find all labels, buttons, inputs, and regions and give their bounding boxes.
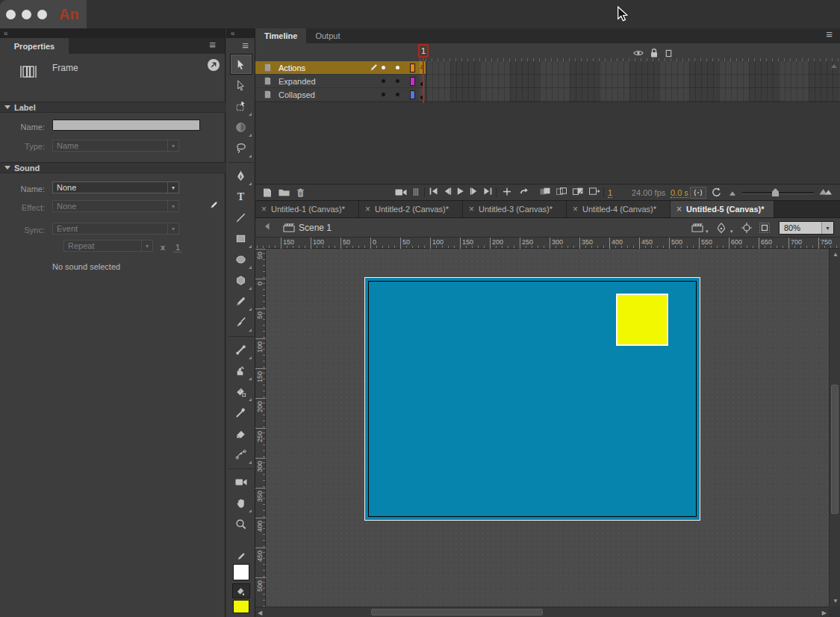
paint-bucket-tool[interactable]	[230, 360, 252, 381]
gradient-transform-tool[interactable]	[230, 117, 252, 137]
go-to-first-frame-button[interactable]	[429, 187, 439, 196]
frames-grid[interactable]	[420, 61, 840, 102]
document-tab[interactable]: × Untitled-2 (Canvas)*	[359, 201, 463, 217]
reset-timeline-zoom-button[interactable]	[711, 187, 721, 197]
Expanded[interactable]: Expanded	[255, 75, 420, 88]
asset-warp-tool[interactable]	[230, 444, 252, 465]
fill-color-swatch[interactable]	[233, 600, 249, 613]
layer-visibility-dot[interactable]	[382, 93, 385, 96]
brush-tool[interactable]	[230, 311, 252, 332]
window-zoom-button[interactable]	[37, 10, 47, 19]
timeline-zoom-slider-thumb[interactable]	[772, 188, 779, 196]
timeline-zoom-slider[interactable]	[742, 192, 814, 194]
ink-bottle-tool[interactable]	[230, 381, 252, 402]
preview-in-context-button[interactable]	[690, 187, 706, 199]
frame-rate-value[interactable]: 24.00 fps	[632, 188, 665, 197]
vertical-scrollbar[interactable]: ▲ ▼	[829, 249, 840, 607]
loop-playback-button[interactable]	[518, 187, 529, 196]
camera-toggle-button[interactable]	[394, 187, 408, 198]
zoom-level-select[interactable]: 80% ▾	[779, 221, 834, 235]
playhead-line[interactable]	[423, 58, 424, 103]
edit-multiple-frames-button[interactable]	[572, 187, 584, 196]
free-transform-tool[interactable]	[230, 96, 252, 117]
label-type-dropdown[interactable]: Name ▾	[52, 140, 179, 152]
timeline-panel-tab[interactable]: Timeline	[255, 28, 306, 43]
layer-visibility-dot[interactable]	[382, 66, 385, 69]
section-header-sound[interactable]: Sound	[0, 162, 225, 173]
scroll-down-icon[interactable]: ▼	[833, 598, 839, 604]
center-stage-crosshair-icon[interactable]	[741, 222, 753, 234]
scroll-left-icon[interactable]: ◀	[258, 610, 262, 616]
pencil-tool[interactable]	[230, 291, 252, 311]
horizontal-scrollbar[interactable]: ◀ ▶	[255, 607, 829, 617]
eyedropper-tool[interactable]	[230, 402, 252, 423]
edit-scene-icon[interactable]	[691, 222, 705, 233]
close-icon[interactable]: ×	[261, 204, 267, 214]
layer-outline-color-swatch[interactable]	[410, 63, 415, 72]
Collapsed[interactable]: Collapsed	[255, 88, 420, 102]
selection-tool[interactable]	[230, 54, 252, 75]
properties-collapse-strip[interactable]: «	[0, 28, 225, 38]
clip-content-outside-stage-icon[interactable]	[759, 222, 771, 234]
zoom-out-frames-icon[interactable]	[729, 190, 736, 196]
timeline-panel-tab[interactable]: Output	[306, 28, 349, 43]
close-icon[interactable]: ×	[469, 204, 474, 214]
oval-tool[interactable]	[230, 249, 252, 270]
section-header-label[interactable]: Label	[0, 102, 225, 113]
text-tool[interactable]: T	[230, 186, 252, 207]
repeat-times-value[interactable]: 1	[174, 243, 181, 252]
edit-sound-envelope-pencil-icon[interactable]	[209, 200, 219, 210]
stage[interactable]	[364, 277, 700, 521]
play-button[interactable]	[455, 187, 464, 196]
close-icon[interactable]: ×	[365, 204, 370, 214]
step-forward-button[interactable]	[469, 187, 479, 196]
scroll-right-icon[interactable]: ▶	[822, 610, 827, 616]
go-to-last-frame-button[interactable]	[482, 187, 493, 196]
pen-tool[interactable]	[230, 165, 252, 186]
lasso-tool[interactable]	[230, 137, 252, 158]
layer-visibility-dot[interactable]	[382, 79, 385, 83]
sound-effect-dropdown[interactable]: None ▾	[52, 200, 179, 212]
bone-tool[interactable]	[230, 339, 252, 360]
help-launch-icon[interactable]	[207, 58, 220, 72]
sound-name-dropdown[interactable]: None ▾	[52, 182, 179, 193]
edit-symbols-icon[interactable]	[715, 222, 727, 234]
document-tab[interactable]: × Untitled-3 (Canvas)*	[463, 201, 567, 217]
fill-color-bucket-icon[interactable]	[232, 583, 250, 598]
close-icon[interactable]: ×	[676, 204, 682, 214]
edit-scene-dropdown-icon[interactable]: ▾	[706, 229, 709, 235]
back-arrow-icon[interactable]	[263, 222, 272, 231]
document-tab[interactable]: × Untitled-5 (Canvas)*	[671, 201, 774, 217]
layer-lock-dot[interactable]	[396, 93, 399, 96]
camera-tool[interactable]	[230, 471, 252, 492]
timeline-scroll-up-icon[interactable]	[831, 64, 837, 68]
window-close-button[interactable]	[6, 10, 16, 19]
tab-properties[interactable]: Properties	[0, 38, 69, 54]
window-minimize-button[interactable]	[22, 10, 31, 19]
horizontal-scrollbar-thumb[interactable]	[371, 609, 543, 616]
scroll-up-icon[interactable]: ▲	[833, 251, 839, 258]
document-tab[interactable]: × Untitled-4 (Canvas)*	[567, 201, 671, 217]
Actions[interactable]: Actions	[255, 61, 420, 75]
layer-lock-dot[interactable]	[396, 79, 399, 83]
onion-skin-outlines-button[interactable]	[556, 187, 567, 196]
edit-symbols-dropdown-icon[interactable]: ▾	[730, 229, 733, 235]
elapsed-time-value[interactable]: 0.0 s	[671, 188, 688, 198]
onion-skin-button[interactable]	[539, 187, 551, 196]
document-tab[interactable]: × Untitled-1 (Canvas)*	[255, 201, 359, 217]
hand-tool[interactable]	[230, 492, 252, 513]
timeline-panel-menu-icon[interactable]: ≡	[826, 31, 833, 38]
current-frame-value[interactable]: 1	[608, 188, 612, 198]
eraser-tool[interactable]	[230, 423, 252, 444]
playhead[interactable]: 1	[418, 44, 429, 58]
zoom-dropdown-arrow-icon[interactable]: ▾	[821, 222, 833, 234]
step-back-button[interactable]	[442, 187, 452, 196]
pasteboard[interactable]	[266, 249, 829, 607]
sound-sync-dropdown[interactable]: Event ▾	[52, 223, 179, 235]
zoom-in-frames-icon[interactable]	[818, 187, 833, 196]
marker-range-icon[interactable]	[412, 187, 420, 197]
yellow-rectangle-object[interactable]	[616, 294, 668, 346]
tools-collapse-strip[interactable]: «	[226, 28, 255, 38]
stroke-color-swatch[interactable]	[233, 564, 249, 580]
center-frame-button[interactable]	[502, 187, 512, 196]
